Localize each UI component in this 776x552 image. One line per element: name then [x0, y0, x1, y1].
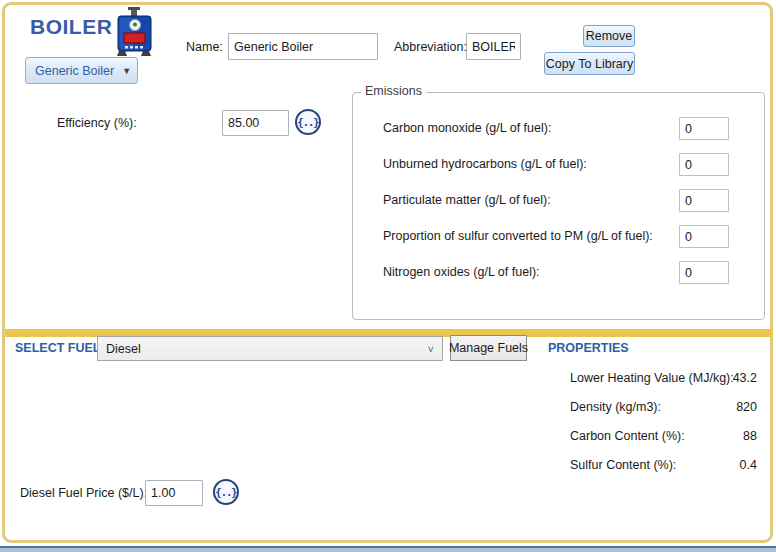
emission-label-nitrogen-oxides: Nitrogen oxides (g/L of fuel): [383, 261, 540, 284]
component-selector-button[interactable]: Generic Boiler ▼ [25, 57, 138, 84]
emissions-groupbox: Emissions Carbon monoxide (g/L of fuel):… [352, 92, 765, 320]
property-value-sulfur-content: 0.4 [700, 455, 757, 475]
chevron-down-icon: ˅ [428, 343, 434, 355]
boiler-icon [110, 6, 158, 57]
fuel-dropdown[interactable]: Diesel ˅ [97, 336, 443, 361]
property-value-carbon-content: 88 [700, 426, 757, 446]
copy-to-library-button[interactable]: Copy To Library [544, 52, 635, 75]
fuel-price-input[interactable] [145, 480, 203, 506]
page-title: BOILER [30, 15, 112, 39]
emission-input-sulfur-to-pm[interactable] [679, 225, 729, 248]
name-input[interactable] [228, 33, 378, 60]
property-value-density: 820 [700, 397, 757, 417]
dropdown-caret-icon: ▼ [122, 66, 131, 76]
abbreviation-label: Abbreviation: [394, 34, 467, 60]
emission-input-nitrogen-oxides[interactable] [679, 261, 729, 284]
select-fuel-label: SELECT FUEL: [15, 341, 105, 355]
bottom-panel-edge [0, 546, 776, 552]
emission-label-sulfur-to-pm: Proportion of sulfur converted to PM (g/… [383, 225, 653, 248]
remove-button[interactable]: Remove [583, 25, 635, 47]
emissions-groupbox-title: Emissions [361, 84, 426, 98]
efficiency-label: Efficiency (%): [57, 110, 137, 136]
property-value-lhv: 43.2 [700, 368, 757, 388]
component-selector-label: Generic Boiler [35, 64, 114, 78]
properties-title: PROPERTIES [548, 341, 629, 355]
fuel-dropdown-value: Diesel [106, 342, 141, 356]
emission-input-carbon-monoxide[interactable] [679, 117, 729, 140]
emission-label-particulate-matter: Particulate matter (g/L of fuel): [383, 189, 551, 212]
efficiency-sensitivity-button[interactable]: {..} [295, 109, 321, 135]
name-label: Name: [186, 34, 223, 60]
boiler-config-window: BOILER Generic Boiler ▼ Name: Abbr [0, 0, 776, 552]
property-label-carbon-content: Carbon Content (%): [570, 426, 685, 446]
efficiency-input[interactable] [222, 110, 289, 136]
emission-input-unburned-hydrocarbons[interactable] [679, 153, 729, 176]
emission-label-unburned-hydrocarbons: Unburned hydrocarbons (g/L of fuel): [383, 153, 587, 176]
property-label-density: Density (kg/m3): [570, 397, 661, 417]
fuel-price-sensitivity-button[interactable]: {..} [213, 479, 239, 505]
emission-input-particulate-matter[interactable] [679, 189, 729, 212]
manage-fuels-button[interactable]: Manage Fuels [450, 335, 527, 361]
emission-label-carbon-monoxide: Carbon monoxide (g/L of fuel): [383, 117, 551, 140]
fuel-price-label: Diesel Fuel Price ($/L): [20, 480, 147, 506]
abbreviation-input[interactable] [466, 33, 521, 60]
property-label-sulfur-content: Sulfur Content (%): [570, 455, 676, 475]
